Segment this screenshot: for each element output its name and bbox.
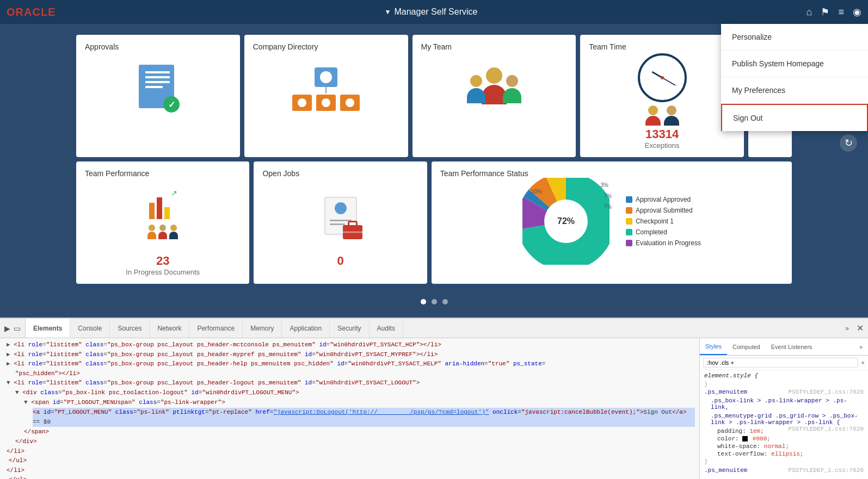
devtools-tab-network[interactable]: Network (150, 319, 189, 338)
dot-2[interactable] (432, 299, 437, 304)
tile-open-jobs-title: Open Jobs (262, 169, 418, 178)
devtools-controls: ▶ ▭ (0, 319, 26, 338)
code-line-4: ▼ <li role="listitem" class="ps_box-grou… (7, 378, 695, 388)
devtools-sidebar-tab-event-listeners[interactable]: Event Listeners (766, 338, 818, 355)
devtools-select-btn[interactable]: ▶ (4, 324, 10, 333)
code-line-7-highlighted: <a id="PT_LOGOUT_MENU" class="ps-link" p… (33, 408, 695, 427)
tile-team-time-icon-area (589, 57, 735, 122)
tile-my-team-icon-area (421, 57, 568, 122)
tiles-row-1: Approvals ✓ Company Directory (76, 35, 792, 157)
tile-approvals-title: Approvals (85, 42, 231, 51)
flag-icon[interactable]: ⚑ (821, 6, 829, 18)
devtools-elements-panel[interactable]: ▶ <li role="listitem" class="ps_box-grou… (0, 338, 699, 479)
title-arrow: ▼ (385, 8, 391, 16)
app-title: ▼ Manager Self Service (385, 7, 478, 17)
approvals-icon: ✓ (136, 65, 180, 114)
tile-open-jobs-number: 0 (262, 254, 418, 268)
legend-dot-completed (626, 229, 632, 235)
legend-label-approval-approved: Approval Approved (636, 196, 691, 203)
tile-team-performance-icon-area: ↗ (85, 183, 241, 248)
menu-item-publish-homepage[interactable]: Publish System Homepage (721, 51, 868, 77)
css-file-link-3[interactable]: PSSTYLEDEF_1.css:7620 (788, 467, 864, 474)
devtools-sidebar-tab-styles[interactable]: Styles (700, 338, 727, 355)
devtools-tab-elements[interactable]: Elements (26, 319, 70, 338)
devtools-filter-input[interactable] (703, 358, 858, 368)
title-text: Manager Self Service (394, 7, 477, 17)
devtools-sidebar-tab-more[interactable]: » (854, 338, 868, 355)
tile-company-directory-icon-area (253, 57, 399, 122)
tile-company-directory-title: Company Directory (253, 42, 399, 51)
tile-approvals-icon-area: ✓ (85, 57, 231, 122)
svg-text:72%: 72% (557, 216, 575, 226)
dot-1[interactable] (421, 299, 426, 304)
devtools-tab-application[interactable]: Application (282, 319, 330, 338)
color-swatch (742, 436, 748, 441)
devtools-tab-memory[interactable]: Memory (243, 319, 282, 338)
tile-open-jobs-icon-area (262, 183, 418, 248)
legend-item-checkpoint1: Checkpoint 1 (626, 217, 701, 225)
dots-navigation (76, 288, 792, 315)
pie-chart-legend: Approval Approved Approval Submitted Che… (626, 196, 701, 247)
devtools-tab-audits[interactable]: Audits (370, 319, 403, 338)
css-prop-whitespace: white-space: normal; (704, 443, 864, 450)
team-time-icon (638, 53, 687, 126)
legend-label-checkpoint1: Checkpoint 1 (636, 217, 674, 225)
css-file-link-1[interactable]: PSSTYLEDEF_1.css:7628 (788, 389, 864, 395)
menu-icon[interactable]: ≡ (838, 7, 844, 18)
tile-my-team[interactable]: My Team (413, 35, 576, 157)
user-icon[interactable]: ◉ (853, 6, 861, 18)
tile-team-time-sub: Exceptions (589, 141, 735, 150)
pie-chart: 72% 3% 7% 7% 10% (522, 178, 610, 265)
tiles-row-2: Team Performance ↗ (76, 161, 792, 284)
css-rule-close1: } (704, 381, 864, 388)
devtools-tab-sources[interactable]: Sources (110, 319, 150, 338)
css-file-link-2[interactable]: PSSTYLEDEF_1.css:7620 (788, 426, 864, 432)
devtools-tab-console[interactable]: Console (70, 319, 110, 338)
tile-company-directory[interactable]: Company Directory (244, 35, 408, 157)
legend-dot-eval-progress (626, 240, 632, 246)
legend-dot-checkpoint1 (626, 218, 632, 225)
devtools-filter-row: + (700, 356, 868, 370)
legend-label-completed: Completed (636, 228, 667, 236)
code-line-8: </span> (24, 427, 695, 437)
tile-team-performance-title: Team Performance (85, 169, 241, 178)
tile-team-performance-status-title: Team Performance Status (440, 169, 783, 178)
tile-team-performance[interactable]: Team Performance ↗ (76, 161, 249, 284)
devtools-device-btn[interactable]: ▭ (14, 324, 21, 333)
devtools-close-area: » ✕ (841, 323, 868, 333)
devtools-more-btn[interactable]: » (845, 325, 849, 332)
devtools-tab-performance[interactable]: Performance (189, 319, 243, 338)
devtools-sidebar-tabs: Styles Computed Event Listeners » (700, 338, 868, 356)
devtools-sidebar-tab-computed[interactable]: Computed (727, 338, 766, 355)
tile-team-performance-status[interactable]: Team Performance Status (432, 161, 792, 284)
tile-team-time-title: Team Time (589, 42, 735, 51)
legend-item-approval-approved: Approval Approved (626, 196, 701, 203)
css-rule-ps-menuitem-2: .ps_menuitem PSSTYLEDEF_1.css:7620 (704, 467, 864, 474)
code-line-9: </div> (15, 437, 695, 447)
tile-team-performance-sub: In Progress Documents (85, 268, 241, 276)
legend-label-eval-progress: Evaluation in Progress (636, 239, 701, 247)
css-prop-color: color: #000; (704, 436, 864, 442)
legend-dot-approval-approved (626, 196, 632, 203)
css-rule-ps-box-link: .ps_box-link > .ps-link-wrapper > .ps-li… (704, 397, 864, 410)
devtools-tab-security[interactable]: Security (330, 319, 369, 338)
home-icon[interactable]: ⌂ (807, 7, 812, 18)
css-rule-ps-menuitem: .ps_menuitem PSSTYLEDEF_1.css:7628 (704, 389, 864, 395)
devtools-close-btn[interactable]: ✕ (857, 323, 864, 333)
refresh-button[interactable]: ↻ (840, 134, 857, 152)
menu-item-sign-out[interactable]: Sign Out (721, 104, 868, 131)
tile-team-time[interactable]: Team Time (580, 35, 744, 157)
code-line-5: ▼ <div class="ps_box-link psc_toolaction… (15, 388, 695, 398)
tile-approvals[interactable]: Approvals ✓ (76, 35, 240, 157)
devtools-styles-body[interactable]: element.style { } .ps_menuitem PSSTYLEDE… (700, 370, 868, 479)
menu-item-personalize[interactable]: Personalize (721, 24, 868, 51)
dropdown-menu: Personalize Publish System Homepage My P… (721, 24, 868, 131)
dot-3[interactable] (442, 299, 448, 304)
menu-item-my-preferences[interactable]: My Preferences (721, 77, 868, 104)
tile-team-performance-number: 23 (85, 254, 241, 268)
devtools-panel: ▶ ▭ Elements Console Sources Network Per… (0, 318, 868, 479)
legend-dot-approval-submitted (626, 207, 632, 214)
tile-open-jobs[interactable]: Open Jobs 0 (254, 161, 427, 284)
team-performance-icon: ↗ (147, 192, 178, 240)
legend-item-completed: Completed (626, 228, 701, 236)
